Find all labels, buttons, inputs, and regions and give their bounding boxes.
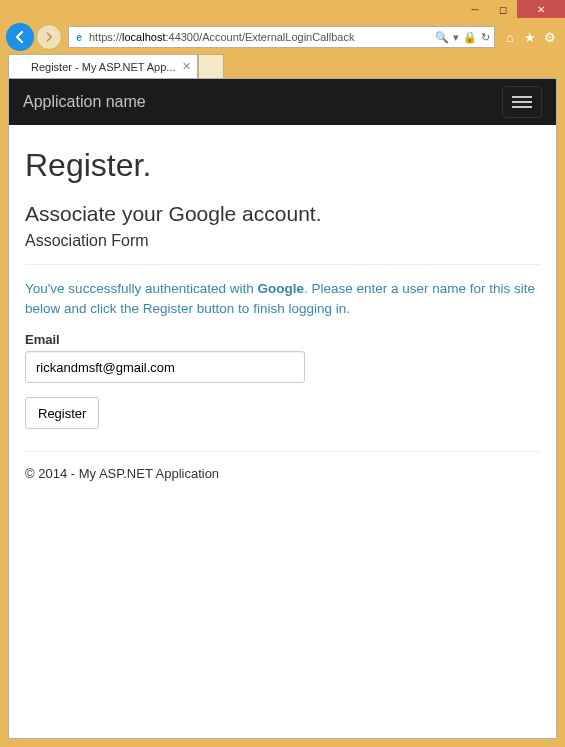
dropdown-icon[interactable]: ▾: [453, 31, 459, 44]
maximize-button[interactable]: ◻: [489, 0, 517, 18]
site-navbar: Application name: [9, 79, 556, 125]
url-scheme: https://: [89, 31, 122, 43]
page-title: Register.: [25, 147, 540, 184]
info-message: You've successfully authenticated with G…: [25, 279, 540, 318]
url-host: localhost: [122, 31, 165, 43]
tab-strip: Register - My ASP.NET App... ✕: [0, 52, 565, 78]
ie-icon: e: [72, 30, 86, 44]
arrow-left-icon: [12, 29, 28, 45]
tab-close-icon[interactable]: ✕: [182, 60, 191, 73]
forward-button[interactable]: [36, 24, 62, 50]
browser-tab[interactable]: Register - My ASP.NET App... ✕: [8, 54, 198, 78]
window-titlebar: ─ ◻ ✕: [0, 0, 565, 22]
footer-text: © 2014 - My ASP.NET Application: [25, 466, 540, 481]
page-client: Application name Register. Associate you…: [8, 78, 557, 739]
page-content: Register. Associate your Google account.…: [9, 125, 556, 495]
email-field[interactable]: [25, 351, 305, 383]
lock-icon: 🔒: [463, 31, 477, 44]
arrow-right-icon: [43, 31, 55, 43]
address-right-cluster: 🔍 ▾ 🔒 ↻: [431, 31, 494, 44]
brand-link[interactable]: Application name: [23, 93, 146, 111]
info-pre: You've successfully authenticated with: [25, 281, 257, 296]
register-button[interactable]: Register: [25, 397, 99, 429]
tab-title: Register - My ASP.NET App...: [31, 61, 176, 73]
email-label: Email: [25, 332, 540, 347]
refresh-icon[interactable]: ↻: [481, 31, 490, 44]
search-icon[interactable]: 🔍: [435, 31, 449, 44]
browser-toolbar: e https:// localhost :44300/Account/Exte…: [0, 22, 565, 52]
url-path: :44300/Account/ExternalLoginCallback: [165, 31, 354, 43]
email-form-group: Email: [25, 332, 540, 383]
favicon-icon: [15, 61, 27, 73]
gear-icon[interactable]: ⚙: [541, 28, 559, 46]
menu-toggle-button[interactable]: [502, 86, 542, 118]
home-icon[interactable]: ⌂: [501, 28, 519, 46]
close-button[interactable]: ✕: [517, 0, 565, 18]
new-tab-button[interactable]: [198, 54, 224, 78]
divider: [25, 264, 540, 265]
divider: [25, 451, 540, 452]
back-button[interactable]: [6, 23, 34, 51]
form-heading: Association Form: [25, 232, 540, 250]
info-provider: Google: [257, 281, 304, 296]
minimize-button[interactable]: ─: [461, 0, 489, 18]
page-subtitle: Associate your Google account.: [25, 202, 540, 226]
address-bar[interactable]: e https:// localhost :44300/Account/Exte…: [68, 26, 495, 48]
favorites-icon[interactable]: ★: [521, 28, 539, 46]
